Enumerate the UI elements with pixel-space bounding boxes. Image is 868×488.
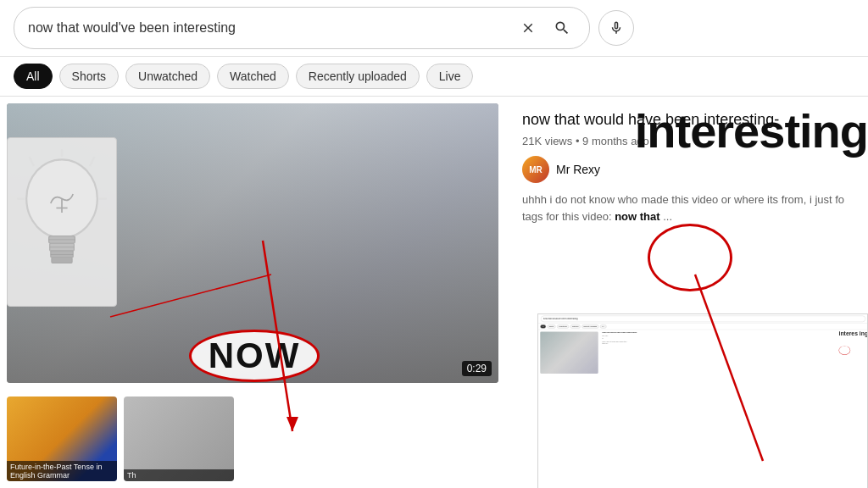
nested-chip-live: Li... xyxy=(600,324,607,329)
screenshot-preview: All Shorts Unwatched Watched Recently up… xyxy=(537,313,868,488)
search-icon xyxy=(554,19,570,36)
chip-shorts[interactable]: Shorts xyxy=(59,64,119,89)
video-list: 0:29 Future-in-the-Past Tense in English… xyxy=(0,97,509,488)
nested-chips: All Shorts Unwatched Watched Recently up… xyxy=(538,324,868,330)
nested-channel-name: M xyxy=(602,337,866,339)
lightbulb-icon xyxy=(15,146,108,298)
nested-right-panel: interes ing now that would have been int… xyxy=(600,330,868,378)
small-thumbs-row: Future-in-the-Past Tense in English Gram… xyxy=(0,390,509,488)
nested-header xyxy=(538,314,868,324)
channel-name[interactable]: Mr Rexy xyxy=(556,163,600,176)
chip-unwatched[interactable]: Unwatched xyxy=(125,64,210,89)
now-text: NOW xyxy=(189,330,320,382)
video-views: 21K views xyxy=(522,135,572,147)
channel-row: MR Mr Rexy xyxy=(522,156,854,183)
description-ellipsis: ... xyxy=(663,210,672,223)
search-button[interactable] xyxy=(548,14,576,42)
search-input[interactable] xyxy=(28,20,508,36)
description-tags-label: tags for this video: xyxy=(522,210,612,223)
description-tag-bold: now that xyxy=(615,210,659,223)
description-text: uhhh i do not know who made this video o… xyxy=(522,193,844,206)
svg-rect-6 xyxy=(52,258,72,263)
chip-live[interactable]: Live xyxy=(426,64,474,89)
chip-all[interactable]: All xyxy=(14,64,53,89)
interesting-word: interesting xyxy=(635,103,868,158)
red-circle-annotation xyxy=(648,224,732,291)
small-thumb-2[interactable]: Th xyxy=(124,396,234,481)
nested-video-title: now that would have been interesting- xyxy=(602,332,866,334)
now-overlay: NOW xyxy=(170,322,339,390)
svg-rect-5 xyxy=(51,251,73,258)
nested-chip-all: All xyxy=(540,324,546,329)
svg-line-12 xyxy=(90,157,95,166)
video-info-panel: interesting now that would have been int… xyxy=(509,97,868,488)
header xyxy=(0,0,868,57)
mic-button[interactable] xyxy=(598,10,634,46)
close-icon xyxy=(520,20,536,36)
nested-chip-shorts: Shorts xyxy=(547,324,555,329)
main-content: 0:29 Future-in-the-Past Tense in English… xyxy=(0,97,868,488)
chip-watched[interactable]: Watched xyxy=(217,64,289,89)
nested-tags: tags for... xyxy=(602,342,866,344)
nested-interesting-text: interes ing xyxy=(839,330,868,337)
filter-bar: All Shorts Unwatched Watched Recently up… xyxy=(0,57,868,97)
small-thumb-label-1: Future-in-the-Past Tense in English Gram… xyxy=(7,461,117,481)
nested-body: interes ing now that would have been int… xyxy=(538,330,868,378)
channel-avatar[interactable]: MR xyxy=(522,156,549,183)
small-thumb-1[interactable]: Future-in-the-Past Tense in English Gram… xyxy=(7,396,117,481)
nested-chip-unwatched: Unwatched xyxy=(557,324,569,329)
search-bar xyxy=(14,7,590,49)
mic-icon xyxy=(609,20,624,36)
lightbulb-overlay xyxy=(7,137,117,307)
nested-primary-thumb xyxy=(540,332,598,374)
screenshot-preview-inner: All Shorts Unwatched Watched Recently up… xyxy=(538,314,868,488)
video-duration: 0:29 xyxy=(462,361,492,376)
nested-chip-recently-uploaded: Recently uploaded xyxy=(581,324,598,329)
nested-video-meta: 21K vie... xyxy=(602,335,866,336)
channel-initials: MR xyxy=(529,165,542,175)
nested-red-circle xyxy=(839,346,851,355)
video-age-separator: • xyxy=(576,135,582,147)
chip-recently-uploaded[interactable]: Recently uploaded xyxy=(296,64,420,89)
nested-chip-watched: Watched xyxy=(570,324,581,329)
video-description: uhhh i do not know who made this video o… xyxy=(522,191,854,225)
small-thumb-label-2: Th xyxy=(124,469,234,481)
svg-line-10 xyxy=(30,157,35,166)
nested-search-input xyxy=(541,316,865,323)
clear-button[interactable] xyxy=(515,14,542,42)
